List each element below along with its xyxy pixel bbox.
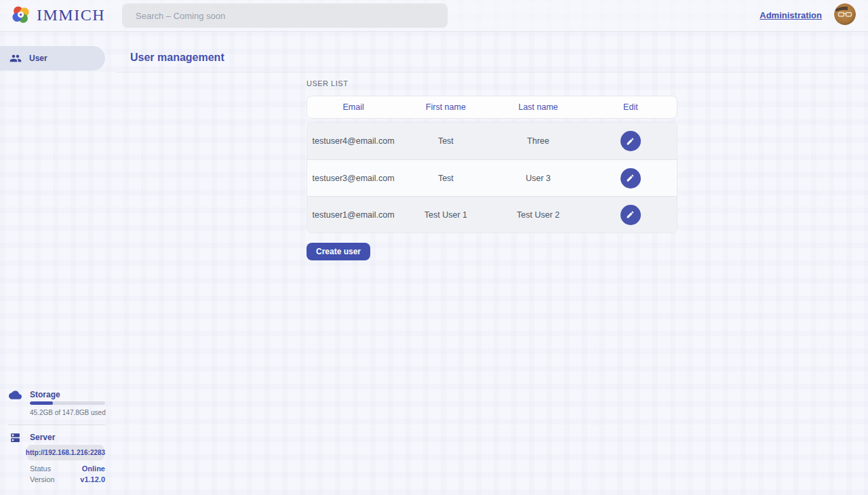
- storage-usage-caption: 45.2GB of 147.8GB used: [30, 409, 106, 416]
- user-avatar[interactable]: [834, 3, 856, 25]
- user-table: testuser4@email.com Test Three testuser3…: [307, 122, 677, 233]
- user-last-name: Three: [492, 136, 585, 146]
- table-row: testuser4@email.com Test Three: [307, 123, 677, 159]
- user-list-section-label: USER LIST: [307, 79, 348, 87]
- table-row: testuser3@email.com Test User 3: [307, 159, 677, 196]
- administration-link[interactable]: Administration: [760, 10, 822, 20]
- edit-user-button[interactable]: [620, 168, 641, 189]
- sidebar-divider: [8, 424, 105, 425]
- server-url-badge: http://192.168.1.216:2283: [27, 445, 104, 460]
- server-version-value: v1.12.0: [80, 475, 105, 483]
- column-header-last-name: Last name: [492, 102, 585, 112]
- server-version-label: Version: [30, 475, 55, 483]
- server-status-row: Status Online: [30, 464, 105, 473]
- sidebar-item-user-label: User: [29, 54, 47, 63]
- server-status-label: Status: [30, 464, 51, 473]
- user-first-name: Test: [399, 136, 492, 146]
- server-status-value: Online: [82, 464, 105, 473]
- storage-title: Storage: [30, 390, 60, 399]
- immich-admin-app: IMMICH Administration: [0, 0, 868, 495]
- storage-progress-fill: [30, 401, 53, 405]
- pencil-icon: [626, 210, 635, 219]
- create-user-button[interactable]: Create user: [307, 243, 370, 260]
- logo-wordmark: IMMICH: [37, 6, 105, 24]
- table-row: testuser1@email.com Test User 1 Test Use…: [307, 196, 677, 233]
- server-version-row: Version v1.12.0: [30, 475, 105, 483]
- edit-user-button[interactable]: [620, 131, 641, 151]
- cloud-icon: [9, 389, 22, 401]
- pencil-icon: [626, 137, 635, 146]
- immich-logo[interactable]: IMMICH: [11, 5, 105, 25]
- user-first-name: Test: [399, 174, 492, 183]
- user-email: testuser4@email.com: [307, 136, 399, 146]
- edit-user-button[interactable]: [620, 205, 641, 225]
- search-input[interactable]: [122, 3, 448, 28]
- user-email: testuser3@email.com: [307, 174, 399, 183]
- immich-flower-icon: [11, 5, 31, 25]
- content-divider: [116, 72, 868, 73]
- user-table-header: Email First name Last name Edit: [307, 96, 677, 119]
- storage-progress-bar: [30, 401, 105, 405]
- group-icon: [9, 52, 22, 64]
- user-last-name: Test User 2: [492, 210, 585, 220]
- user-last-name: User 3: [492, 174, 585, 183]
- pencil-icon: [626, 174, 635, 182]
- page-title: User management: [130, 52, 224, 64]
- column-header-first-name: First name: [399, 102, 492, 112]
- column-header-email: Email: [307, 102, 399, 112]
- sidebar-item-user[interactable]: User: [0, 46, 105, 71]
- avatar-image: [834, 3, 856, 25]
- top-header: IMMICH Administration: [0, 0, 868, 32]
- column-header-edit: Edit: [585, 102, 677, 112]
- server-title: Server: [30, 433, 55, 442]
- user-email: testuser1@email.com: [307, 210, 399, 220]
- user-first-name: Test User 1: [399, 210, 492, 220]
- dns-server-icon: [9, 432, 21, 443]
